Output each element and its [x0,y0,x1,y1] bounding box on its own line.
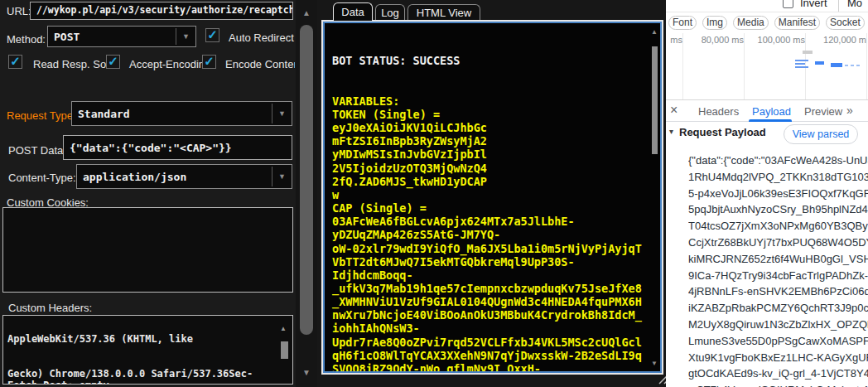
chevron-down-icon[interactable]: ▼ [176,28,195,45]
post-data-input[interactable]: {"data":{"code":"<CAP>"}} [63,135,292,160]
check-icon: ✓ [108,55,118,67]
custom-headers-textarea[interactable]: AppleWebKit/537.36 (KHTML, like Gecko) C… [2,315,293,385]
filter-pill[interactable]: Socket [826,16,865,30]
console-line: IdjhdcmBoqq- [332,268,649,282]
active-tab-underline [749,119,792,122]
scrollbar-thumb[interactable] [652,46,658,154]
scrollbar-thumb[interactable] [281,341,288,359]
tab-headers[interactable]: Headers [698,105,739,118]
overflow-chevron-icon[interactable]: » [846,104,853,117]
request-type-value: Standard [78,109,130,119]
payload-line: wCT7k4VgseoISGIHRMzLCrMchmtcNQU1D [688,382,868,387]
tab-payload[interactable]: Payload [752,105,791,118]
console-line: iohhIAhQNsW3- [332,322,649,335]
filter-pill[interactable]: Manifest [774,16,820,30]
gridline [744,33,745,99]
console-line: yDZUqZMAp426zS5AtG-JM7YQ- [332,228,649,241]
accept-encoding-label: Accept-Encodin [129,58,205,70]
timeline-tick-label: 80,000 ms [702,35,744,45]
payload-line: M2UyX8gQiruw1N3cZbZlxHX_OPZQkO8r [688,317,868,333]
waterfall-bar [795,60,808,61]
scroll-up-icon[interactable]: ▲ [280,325,287,332]
console-line: _ufkV3q7Mab19h1qe57cIempnxcbzwpduqKv75Js… [332,282,649,295]
waterfall-bar [795,66,808,68]
content-type-label: Content-Type: [8,172,76,184]
content-type-value: application/json [83,172,186,182]
payload-line: CcjXtrZ68BkUYj7t7bxPUQ68W4O5DYcdk5 [688,235,868,251]
payload-line: 9ICa-7HQzTry9i34cbFacTrlgPADhZk-q8zM [688,268,868,284]
scroll-up-icon[interactable]: ▲ [296,8,317,17]
console-line: _XWMHNViU1VzUf9GIAL0104QUgnWd3c4HNEDA4fq… [332,295,649,308]
auto-redirect-checkbox[interactable]: ✓ [205,28,219,42]
accept-encoding-checkbox[interactable]: ✓ [106,55,120,69]
url-input[interactable]: //wykop.pl/api/v3/security/authorize/rec… [30,2,293,20]
header-line: Fetch-Dest: empty [7,380,292,385]
console-line: 03AFcWeA6fBGLcvA6pjx624MTx7a5JlLbhE- [332,215,649,228]
network-detail-tabs: × Headers Payload Preview » [666,100,868,122]
check-icon: ✓ [10,55,21,67]
invert-checkbox[interactable] [783,0,793,8]
filter-pill[interactable]: Font [668,16,697,30]
chevron-down-icon[interactable]: ▼ [272,104,292,123]
app-window: URL: //wykop.pl/api/v3/security/authoriz… [0,0,868,387]
url-label: URL: [7,5,31,17]
request-payload-title: Request Payload [679,126,766,138]
chevron-down-icon[interactable]: ▼ [272,167,292,186]
read-response-checkbox[interactable]: ✓ [8,55,22,69]
payload-line: LmuneS3ve55D0pPSgCawXoMASPFCIA9t [688,333,868,350]
payload-line: kiMRCJRNZ652zt6f4WuHB0gGl_VSH_K90 [688,251,868,268]
caret-down-icon[interactable]: ▾ [669,127,673,136]
request-payload-row: ▾ Request Payload View parsed [666,123,868,148]
waterfall-bar [851,65,854,66]
header-line-partial: AppleWebKit/537.36 (KHTML, like [7,333,292,345]
encode-content-label: Encode Conten [225,58,295,70]
scrollbar-thumb[interactable] [300,25,313,335]
tab-html-view[interactable]: HTML View [407,4,480,21]
view-parsed-button[interactable]: View parsed [784,124,858,144]
timeline-tick-label: ms [670,35,682,45]
close-icon[interactable]: × [670,103,678,118]
console-line: yMDIwMSIsInJvbGVzIjpbIl [332,148,649,161]
debugger-console[interactable]: BOT STATUS: SUCCESS VARIABLES:TOKEN (Sin… [321,20,663,375]
tab-data[interactable]: Data [333,2,373,21]
console-line: VARIABLES: [332,94,649,108]
console-line: eyJ0eXAiOiJKV1QiLCJhbGc [332,121,649,134]
waterfall-bar [815,61,824,65]
filter-pill[interactable]: Img [702,16,727,30]
payload-line: iKZABZpRbakPCMZY6QchRT3J9p0cB9I0t5 [688,300,868,317]
request-type-dropdown[interactable]: Standard ▼ [71,101,292,126]
filter-pill[interactable]: Media [733,16,769,30]
devtools-panel: Invert Mo FontImgMediaManifestSocketW ms… [666,0,868,387]
waterfall-bar [831,63,842,67]
check-icon: ✓ [204,55,215,67]
gridline [682,33,683,99]
method-dropdown[interactable]: POST ▼ [47,26,196,47]
tab-preview[interactable]: Preview [804,105,842,118]
encode-content-checkbox[interactable]: ✓ [202,55,216,69]
console-line: 2fQ.ZAD6MJS_tkwHD1yDCAP [332,175,649,188]
console-line: TOKEN (Single) = [332,108,649,121]
payload-line: 1RhU4Mdq2lVPQ_2TKKn318dTG103sLnK [688,169,868,186]
custom-headers-label: Custom Headers: [8,302,92,314]
read-response-label: Read Resp. Sou [33,58,112,70]
payload-line: {"data":{"code":"03AFcWeA428s-UnU8LLu [688,152,868,169]
content-type-dropdown[interactable]: application/json ▼ [76,164,292,189]
console-line: Updr7rAe8Q0oZPvi7rqd52VCLFfxbJ4VKL5MSc2c… [332,336,649,349]
timeline-tick-label: 120,000 m [823,35,866,45]
console-line: nwXru7bNcjoE40ViBOoAnOkU3MBbuK4CrydrokBh… [332,308,649,322]
custom-cookies-textarea[interactable] [2,207,293,293]
header-line: Gecko) Chrome/138.0.0.0 Safari/537.36Sec… [7,368,292,380]
post-data-label: POST Data: [8,144,66,157]
tab-log[interactable]: Log [375,4,405,21]
timeline-ruler: ms80,000 ms100,000 ms120,000 m [666,35,868,45]
payload-line: Xtu9K1vgFboKBxEz1LHC-KAGyXgUFDKH [688,350,868,366]
scroll-down-icon[interactable]: ▼ [296,368,317,377]
devtools-topbar: Invert Mo [666,0,868,12]
waterfall-bar [856,65,860,66]
request-settings-panel: URL: //wykop.pl/api/v3/security/authoriz… [0,0,295,387]
auto-redirect-label: Auto Redirect [229,31,294,44]
console-line: oW-02xlr79wdI9YiQfO_Ma6JX5Lba1i0m5rNjVyP… [332,242,649,255]
scroll-up-icon[interactable]: ▲ [650,28,658,36]
scroll-down-icon[interactable]: ▼ [650,360,658,367]
vertical-scrollbar[interactable]: ▲ ▼ [296,0,317,387]
